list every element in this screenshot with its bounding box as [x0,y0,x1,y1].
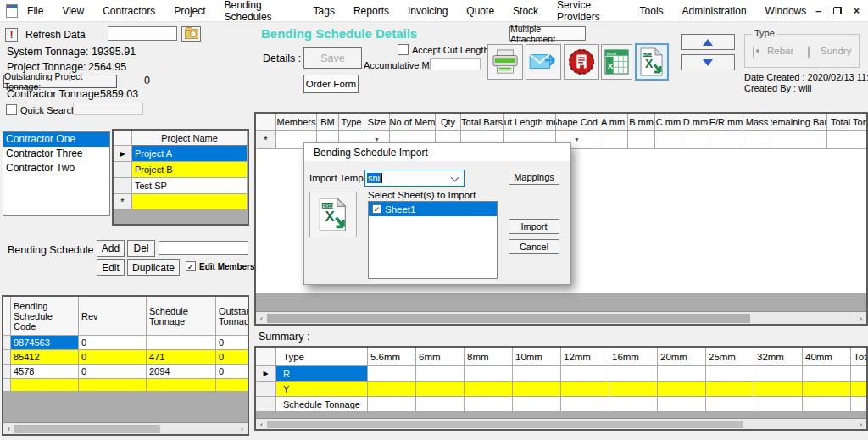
bs-column-header[interactable]: Outstanding Tonnage [216,297,248,336]
column-header[interactable]: D mm [682,114,709,131]
scroll-right-icon[interactable]: › [236,423,248,435]
bs-cell[interactable]: 2094 [147,365,216,379]
summary-cell[interactable] [416,366,465,382]
rebar-radio[interactable] [753,46,754,59]
dialog-title-bar[interactable]: Bending Schedule Import [304,143,570,161]
bs-column-header[interactable]: Bending Schedule Code [11,297,79,336]
contractor-list-item[interactable]: Contractor One [3,132,109,147]
summary-column-header[interactable]: Type [276,348,368,366]
bs-cell[interactable]: 4578 [11,365,79,379]
summary-cell[interactable] [754,382,803,397]
import-button[interactable]: Import [509,219,559,234]
summary-hscrollbar[interactable]: ‹ › [256,418,866,430]
summary-cell[interactable] [803,397,851,412]
bs-grid-hscrollbar[interactable]: ‹ › [3,422,248,435]
summary-cell[interactable] [465,366,513,382]
import-template-combobox[interactable]: sni [364,170,465,187]
summary-cell[interactable] [416,397,465,412]
summary-cell[interactable] [609,366,658,382]
summary-cell[interactable] [754,397,803,412]
menu-contractors[interactable]: Contractors [93,1,164,21]
summary-cell[interactable] [803,366,851,382]
summary-column-header[interactable]: 16mm [609,348,658,366]
summary-column-header[interactable]: 25mm [706,348,754,366]
scrollbar-thumb[interactable] [14,425,160,433]
column-header[interactable]: C mm [655,114,682,131]
members-cell[interactable] [827,131,866,149]
summary-cell[interactable] [706,366,754,382]
members-cell[interactable] [682,131,709,149]
summary-cell[interactable] [513,366,561,382]
summary-column-header[interactable]: Total [851,348,866,366]
add-button[interactable]: Add [97,240,125,257]
scroll-right-icon[interactable]: › [855,419,866,430]
bs-cell[interactable]: 9874563 [11,336,79,350]
summary-cell[interactable] [754,366,803,382]
quick-search-input[interactable] [73,103,143,115]
column-header[interactable]: A mm [598,114,628,131]
scroll-left-icon[interactable]: ‹ [256,312,267,325]
menu-bending-schedules[interactable]: Bending Schedules [215,0,304,27]
excel-import-button[interactable]: EXCEL X [635,43,669,81]
outstanding-project-tonnage-button[interactable]: Outstanding Project Tonnage: [3,75,117,88]
column-header[interactable]: E/R mm [709,114,743,131]
excel-source-button[interactable]: EXCEL X [309,192,357,237]
menu-tools[interactable]: Tools [631,1,673,21]
column-header[interactable]: Qty [436,114,461,131]
summary-cell[interactable] [851,382,866,397]
summary-column-header[interactable]: 32mm [754,348,803,366]
mappings-button[interactable]: Mappings [509,170,559,185]
contractor-list-item[interactable]: Contractor Two [3,161,109,175]
summary-column-header[interactable]: 6mm [416,348,465,366]
menu-view[interactable]: View [53,1,93,21]
close-icon[interactable]: × [854,7,860,15]
menu-reports[interactable]: Reports [344,1,398,21]
search-button[interactable] [181,26,201,42]
cancel-button[interactable]: Cancel [509,239,559,254]
summary-cell[interactable] [706,382,754,397]
summary-cell[interactable] [368,382,416,397]
summary-cell[interactable]: R [276,366,368,382]
bs-cell[interactable]: 471 [147,350,216,365]
summary-column-header[interactable]: 8mm [465,348,513,366]
order-form-button[interactable]: Order Form [303,75,359,93]
menu-administration[interactable]: Administration [673,1,756,21]
print-button[interactable] [487,44,523,80]
members-grid-hscrollbar[interactable]: ‹ › [256,311,866,325]
email-button[interactable] [526,44,561,80]
scroll-left-icon[interactable]: ‹ [3,423,14,435]
bs-cell[interactable]: 0 [216,350,248,365]
scroll-left-icon[interactable]: ‹ [256,419,267,430]
members-cell[interactable] [655,131,682,149]
del-button[interactable]: Del [127,240,155,257]
summary-cell[interactable] [658,366,706,382]
column-header[interactable]: BM [317,114,339,131]
column-header[interactable]: No of Mem [390,114,436,131]
bs-cell[interactable]: 85412 [11,350,79,365]
summary-column-header[interactable]: 40mm [803,348,851,366]
summary-cell[interactable] [561,382,609,397]
edit-button[interactable]: Edit [97,259,125,276]
summary-cell[interactable] [513,382,561,397]
summary-cell[interactable] [465,382,513,397]
bs-cell[interactable] [147,336,216,350]
bs-cell[interactable]: 0 [216,365,248,379]
menu-windows[interactable]: Windows [756,1,816,21]
members-cell[interactable] [771,131,827,149]
sheet-list-item[interactable]: ✓ Sheet1 [369,202,497,216]
summary-column-header[interactable]: 20mm [658,348,706,366]
members-cell[interactable] [598,131,628,149]
summary-cell[interactable] [561,397,609,412]
contractor-list-item[interactable]: Contractor Three [3,147,109,161]
members-cell[interactable] [628,131,655,149]
bending-schedule-input[interactable] [159,241,248,255]
accumulative-mass-input[interactable] [430,58,481,70]
sheet-checkbox[interactable]: ✓ [372,204,381,214]
column-header[interactable]: Remaining Bars [771,114,827,131]
quick-search-checkbox[interactable] [6,104,17,115]
summary-cell[interactable] [706,397,754,412]
column-header[interactable]: Type [339,114,364,131]
project-name-column-header[interactable]: Project Name [132,131,248,146]
menu-stock[interactable]: Stock [504,1,548,21]
bs-cell[interactable]: 0 [79,336,147,350]
